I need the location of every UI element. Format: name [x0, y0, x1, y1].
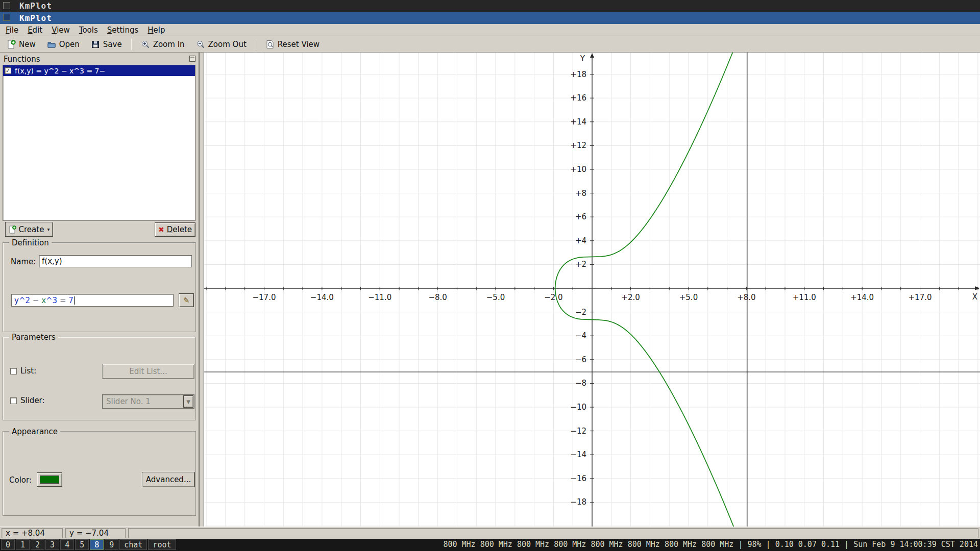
function-list[interactable]: ✓f(x,y) = y^2 − x^3 = 7− — [3, 65, 195, 221]
color-swatch — [40, 475, 59, 484]
group-title: Appearance — [9, 427, 60, 436]
y-tick-label: −4 — [575, 331, 586, 340]
window-menu-icon[interactable] — [3, 2, 10, 9]
zoom-in-button[interactable]: Zoom In — [137, 38, 188, 51]
window-title: KmPlot — [19, 13, 52, 23]
menu-item-settings[interactable]: Settings — [103, 24, 143, 36]
menu-item-tools[interactable]: Tools — [75, 24, 103, 36]
taskbar: 01234589chatroot 800 MHz 800 MHz 800 MHz… — [0, 539, 980, 551]
y-tick-label: +10 — [570, 165, 586, 174]
equation-token: − — [30, 296, 41, 305]
chevron-down-icon[interactable]: ▼ — [183, 395, 193, 408]
y-tick-label: +4 — [575, 236, 586, 245]
toolbar-separator — [131, 39, 132, 50]
button-label: Zoom Out — [208, 40, 247, 49]
workspace-tag-0[interactable]: 0 — [1, 539, 15, 550]
menu-item-edit[interactable]: Edit — [23, 24, 47, 36]
menu-item-file[interactable]: File — [1, 24, 23, 36]
slider-checkbox[interactable] — [10, 397, 17, 404]
cursor-x-readout: x = +8.04 — [2, 528, 63, 538]
y-tick-label: −8 — [575, 379, 586, 388]
list-label: List: — [20, 366, 36, 375]
plot-canvas: −17.0−14.0−11.0−8.0−5.0−2.0+2.0+5.0+8.0+… — [204, 53, 980, 527]
toolbar-separator — [256, 39, 256, 50]
x-tick-label: +8.0 — [737, 293, 755, 302]
equation-token: ^3 — [46, 296, 57, 305]
workspace-tag-1[interactable]: 1 — [16, 539, 30, 550]
color-button[interactable] — [37, 472, 62, 487]
name-input[interactable]: f(x,y) — [39, 255, 192, 267]
workspace-tag-9[interactable]: 9 — [105, 539, 118, 550]
open-button[interactable]: Open — [43, 38, 83, 51]
x-tick-label: −11.0 — [368, 293, 391, 302]
button-label: Reset View — [278, 40, 320, 49]
button-label: New — [19, 40, 36, 49]
y-tick-label: +12 — [570, 141, 586, 150]
workspace-tag-2[interactable]: 2 — [31, 539, 44, 550]
dock-float-icon[interactable] — [189, 56, 195, 62]
slider-select[interactable]: Slider No. 1 ▼ — [102, 394, 194, 409]
create-function-icon — [9, 226, 16, 234]
window-titlebar-active[interactable]: KmPlot — [0, 12, 980, 24]
function-list-item[interactable]: ✓f(x,y) = y^2 − x^3 = 7− — [3, 65, 195, 76]
menu-item-view[interactable]: View — [47, 24, 75, 36]
workspace-tag-3[interactable]: 3 — [45, 539, 59, 550]
dock-header: Functions — [0, 54, 199, 64]
text-cursor — [74, 296, 75, 305]
y-axis-arrow — [590, 53, 594, 58]
x-tick-label: −8.0 — [428, 293, 447, 302]
function-visible-checkbox[interactable]: ✓ — [5, 67, 11, 74]
group-title: Definition — [9, 238, 52, 247]
plot-area[interactable]: −17.0−14.0−11.0−8.0−5.0−2.0+2.0+5.0+8.0+… — [204, 53, 980, 527]
zoom-out-button[interactable]: Zoom Out — [192, 38, 250, 51]
equation-value: y^2 − x^3 = 7 — [14, 296, 74, 305]
menu-item-help[interactable]: Help — [143, 24, 169, 36]
y-tick-label: +16 — [570, 93, 586, 103]
equation-token: ^2 — [19, 296, 30, 305]
button-label: Advanced... — [146, 475, 191, 484]
button-label: Open — [59, 40, 80, 49]
slider-label: Slider: — [20, 396, 45, 405]
x-tick-label: +17.0 — [909, 293, 932, 302]
workspace-tag-5[interactable]: 5 — [75, 539, 89, 550]
workspace-tag-4[interactable]: 4 — [60, 539, 74, 550]
y-tick-label: +2 — [575, 260, 586, 269]
menu-bar: FileEditViewToolsSettingsHelp — [0, 24, 980, 36]
workspace-tags: 01234589chatroot — [1, 539, 176, 550]
new-button[interactable]: New — [3, 38, 39, 51]
equation-editor-button[interactable]: ✎ — [179, 293, 194, 307]
equation-input[interactable]: y^2 − x^3 = 7 — [11, 294, 174, 307]
color-label: Color: — [9, 475, 32, 485]
x-tick-label: −2.0 — [544, 293, 562, 302]
equation-token: y — [14, 296, 19, 305]
y-tick-label: −2 — [575, 308, 586, 317]
definition-group: Definition Name: f(x,y) y^2 − x^3 = 7 ✎ — [3, 242, 196, 332]
y-tick-label: +18 — [570, 70, 586, 79]
y-axis-label: Y — [580, 54, 585, 63]
save-button[interactable]: Save — [87, 38, 126, 51]
desktop: KmPlot KmPlot FileEditViewToolsSettingsH… — [0, 0, 980, 551]
x-tick-label: +11.0 — [793, 293, 816, 302]
window-titlebar-inactive[interactable]: KmPlot — [0, 0, 980, 12]
function-equation-label: f(x,y) = y^2 − x^3 = 7− — [15, 67, 105, 75]
workspace-tag-chat[interactable]: chat — [119, 539, 147, 550]
workspace-tag-8[interactable]: 8 — [90, 539, 104, 550]
delete-button[interactable]: ✖ Delete — [155, 222, 195, 237]
y-tick-label: +6 — [575, 212, 586, 221]
window-menu-icon[interactable] — [3, 14, 10, 21]
x-tick-label: +5.0 — [679, 293, 698, 302]
status-message-panel — [128, 528, 978, 538]
x-tick-label: −17.0 — [252, 293, 276, 302]
dropdown-caret-icon: ▾ — [47, 227, 50, 232]
create-button[interactable]: Create ▾ — [5, 222, 53, 237]
advanced-button[interactable]: Advanced... — [142, 472, 195, 487]
workspace-tag-root[interactable]: root — [148, 539, 176, 550]
edit-list-button[interactable]: Edit List... — [102, 364, 194, 379]
equation-token: = — [57, 296, 68, 305]
group-title: Parameters — [9, 333, 58, 342]
list-checkbox[interactable] — [10, 368, 17, 374]
y-tick-label: −16 — [570, 474, 586, 483]
y-tick-label: −10 — [570, 403, 586, 412]
button-label: Save — [103, 40, 122, 49]
reset-view-button[interactable]: Reset View — [262, 38, 323, 51]
